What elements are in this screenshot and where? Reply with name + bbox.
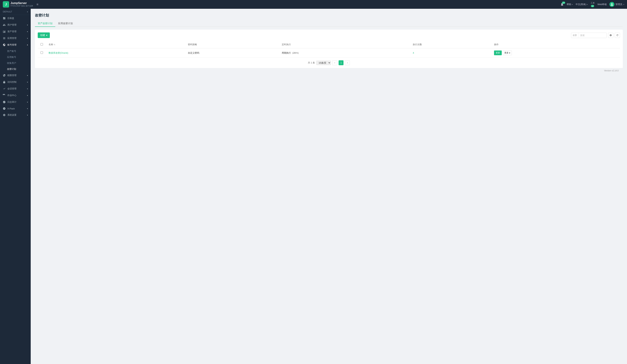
admin-avatar <box>609 2 614 7</box>
lang-chevron: ▾ <box>587 3 588 5</box>
tab-bar: 资产改密计划 应用改密计划 <box>35 21 623 27</box>
th-schedule: 定时执行 <box>279 41 410 48</box>
sidebar-item-system-settings[interactable]: 系统设置 ▾ <box>0 112 31 118</box>
refresh-icon-button[interactable] <box>615 33 620 38</box>
session-mgmt-chevron: ▾ <box>27 88 28 90</box>
admin-chevron: ▾ <box>623 3 624 5</box>
create-chevron-icon: ▾ <box>46 34 47 37</box>
nav-right: 13 帮助 ▾ 中文(简体) ▾ 工单 12 Web终端 管理员 ▾ <box>560 1 624 7</box>
more-chevron-icon: ▾ <box>509 52 510 54</box>
select-all-checkbox[interactable] <box>41 43 43 46</box>
x-pack-chevron: ▾ <box>27 108 28 110</box>
sidebar-label-session-mgmt: 会话管理 <box>7 87 16 90</box>
row-schedule-cell: 周期执行（24 h） <box>279 48 410 57</box>
sidebar-sub-app-account[interactable]: 应用账号 <box>0 54 31 60</box>
logo-area: J JumpServer FIT2CLOUD飞致云 旗下品牌 <box>3 1 33 7</box>
sidebar-item-log-audit[interactable]: 日志审计 ▾ <box>0 99 31 105</box>
row-checkbox-cell <box>38 48 46 57</box>
job-center-chevron: ▾ <box>27 94 28 96</box>
sidebar-sub-collect-user[interactable]: 收集用户 <box>0 60 31 66</box>
sidebar-item-job-center[interactable]: 作业中心 ▾ <box>0 92 31 99</box>
action-group: 更新 更多 ▾ <box>494 50 617 55</box>
tools-button[interactable]: 工单 12 <box>590 1 595 7</box>
top-navbar: J JumpServer FIT2CLOUD飞致云 旗下品牌 ≡ 13 帮助 ▾… <box>0 0 627 9</box>
sidebar-item-asset-mgmt[interactable]: 资产管理 ▾ <box>0 28 31 35</box>
sidebar-label-user-mgmt: 用户管理 <box>7 23 16 26</box>
page-1-button[interactable]: 1 <box>339 60 344 65</box>
toolbar-right: 全部 <box>571 33 620 38</box>
sidebar-label-x-pack: X-Pack <box>7 107 15 110</box>
sidebar-label-system-settings: 系统设置 <box>7 113 16 117</box>
per-page-select[interactable]: 10条/页15条/页20条/页50条/页 <box>316 61 331 65</box>
account-mgmt-chevron: ▾ <box>27 44 28 46</box>
access-control-chevron: ▾ <box>27 81 28 83</box>
main-content: 改密计划 资产改密计划 应用改密计划 创建 ▾ 全部 <box>31 9 627 364</box>
sidebar: DEFAULT ▾ 仪表盘 用户管理 ▾ 资产管理 ▾ 应用管理 ▾ <box>0 9 31 364</box>
admin-button[interactable]: 管理员 ▾ <box>609 2 624 7</box>
th-exec-count: 执行次数 <box>410 41 491 48</box>
sidebar-label-permission-mgmt: 权限管理 <box>7 74 16 77</box>
logo-sub-name: FIT2CLOUD飞致云 旗下品牌 <box>10 5 33 7</box>
sidebar-item-app-mgmt[interactable]: 应用管理 ▾ <box>0 35 31 42</box>
sidebar-item-permission-mgmt[interactable]: 权限管理 ▾ <box>0 72 31 79</box>
row-exec-count-cell: 4 <box>410 48 491 57</box>
more-button[interactable]: 更多 ▾ <box>503 50 512 55</box>
permission-mgmt-chevron: ▾ <box>27 75 28 76</box>
tools-badge: 12 <box>591 5 594 7</box>
notification-button[interactable]: 13 <box>560 3 564 6</box>
default-chevron: ▾ <box>27 11 28 13</box>
row-exec-count-link[interactable]: 4 <box>413 51 414 54</box>
row-name-link[interactable]: 数据库改密(Oracle) <box>49 51 68 54</box>
row-action-cell: 更新 更多 ▾ <box>491 48 620 57</box>
app-body: DEFAULT ▾ 仪表盘 用户管理 ▾ 资产管理 ▾ 应用管理 ▾ <box>0 9 627 364</box>
pagination: 共 1 条 10条/页15条/页20条/页50条/页 ‹ 1 › <box>38 60 620 65</box>
th-actions: 操作 <box>491 41 620 48</box>
th-name: 名称 ⇅ <box>46 41 185 48</box>
nav-left: J JumpServer FIT2CLOUD飞致云 旗下品牌 ≡ <box>3 1 40 7</box>
sidebar-item-account-mgmt[interactable]: 账号管理 ▾ <box>0 42 31 48</box>
logo-text: JumpServer FIT2CLOUD飞致云 旗下品牌 <box>10 1 33 7</box>
th-checkbox <box>38 41 46 48</box>
menu-toggle-button[interactable]: ≡ <box>35 2 40 7</box>
sidebar-label-dashboard: 仪表盘 <box>7 17 14 20</box>
tab-app-change[interactable]: 应用改密计划 <box>55 21 76 27</box>
row-name-cell: 数据库改密(Oracle) <box>46 48 185 57</box>
update-button[interactable]: 更新 <box>494 50 502 55</box>
row-checkbox[interactable] <box>41 51 43 54</box>
th-password-policy: 密码策略 <box>185 41 279 48</box>
sidebar-label-app-mgmt: 应用管理 <box>7 37 16 40</box>
data-table: 名称 ⇅ 密码策略 定时执行 执行次数 操作 <box>38 41 620 57</box>
total-count: 共 1 条 <box>308 61 315 64</box>
version-footer: Version v2.14.0 <box>35 68 623 73</box>
name-sort-icon[interactable]: ⇅ <box>54 44 55 46</box>
search-input[interactable] <box>578 33 607 38</box>
page-header: 改密计划 <box>35 13 623 18</box>
create-button[interactable]: 创建 ▾ <box>38 32 50 38</box>
prev-page-button[interactable]: ‹ <box>332 60 337 65</box>
sidebar-label-log-audit: 日志审计 <box>7 100 16 104</box>
default-label: DEFAULT <box>3 10 12 13</box>
settings-icon-button[interactable] <box>608 33 613 38</box>
language-button[interactable]: 中文(简体) ▾ <box>575 3 588 6</box>
sidebar-label-job-center: 作业中心 <box>7 94 16 97</box>
sidebar-item-access-control[interactable]: 访问控制 ▾ <box>0 79 31 85</box>
sidebar-label-account-mgmt: 账号管理 <box>7 43 16 46</box>
sidebar-item-session-mgmt[interactable]: 会话管理 ▾ <box>0 85 31 92</box>
search-prefix[interactable]: 全部 <box>571 33 578 38</box>
asset-mgmt-chevron: ▾ <box>27 31 28 33</box>
search-wrapper: 全部 <box>571 33 607 38</box>
next-page-button[interactable]: › <box>345 60 350 65</box>
sidebar-item-x-pack[interactable]: X-Pack ▾ <box>0 105 31 112</box>
sidebar-sub-asset-account[interactable]: 资产账号 <box>0 48 31 54</box>
sidebar-item-dashboard[interactable]: 仪表盘 <box>0 15 31 22</box>
web-terminal-button[interactable]: Web终端 <box>598 3 607 6</box>
sidebar-item-user-mgmt[interactable]: 用户管理 ▾ <box>0 22 31 28</box>
table-row: 数据库改密(Oracle) 自定义密码 周期执行（24 h） 4 更新 更多 <box>38 48 620 57</box>
tab-asset-change[interactable]: 资产改密计划 <box>35 21 55 27</box>
content-card: 创建 ▾ 全部 <box>35 30 623 68</box>
toolbar: 创建 ▾ 全部 <box>38 32 620 38</box>
help-button[interactable]: 帮助 ▾ <box>567 3 573 6</box>
sidebar-label-access-control: 访问控制 <box>7 81 16 84</box>
sidebar-default-section[interactable]: DEFAULT ▾ <box>0 9 31 15</box>
sidebar-sub-change-plan[interactable]: 改密计划 <box>0 66 31 72</box>
